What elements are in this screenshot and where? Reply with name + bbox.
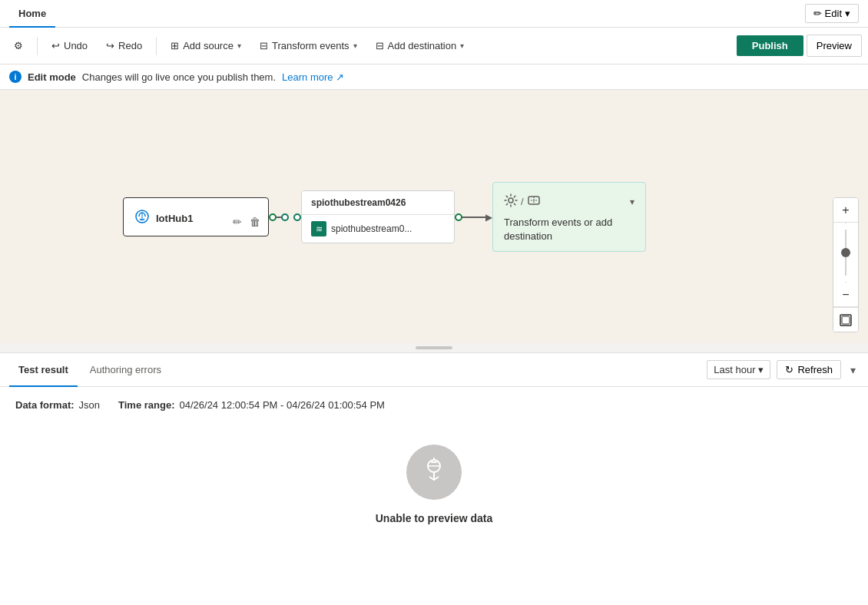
edit-mode-bar: i Edit mode Changes will go live once yo… (0, 64, 868, 90)
edit-chevron-icon: ▾ (845, 8, 850, 19)
zoom-controls: + − (833, 197, 859, 332)
redo-button[interactable]: ↪ Redo (98, 35, 150, 56)
transform-text: Transform events or add destination (504, 216, 634, 243)
toolbar-divider-2 (156, 37, 157, 55)
undo-icon: ↩ (51, 40, 60, 51)
iothub-delete-button[interactable]: 🗑 (248, 214, 262, 230)
time-range-select[interactable]: Last hour ▾ (707, 360, 770, 379)
format-value: Json (79, 399, 100, 411)
transform-gear-icon (504, 193, 518, 210)
svg-point-2 (509, 198, 513, 203)
toolbar-divider-1 (37, 37, 38, 55)
svg-rect-5 (842, 316, 850, 324)
transform-chevron: ▾ (353, 41, 357, 50)
format-label: Data format: (15, 399, 75, 411)
iothub-edit-button[interactable]: ✏ (231, 214, 244, 230)
destination-icon (527, 193, 541, 210)
learn-more-link[interactable]: Learn more ↗ (282, 71, 344, 83)
add-destination-chevron: ▾ (460, 41, 464, 50)
no-data-icon (420, 455, 448, 489)
publish-button[interactable]: Publish (737, 35, 803, 56)
node-transform[interactable]: / ▾ Transform events or add destination (492, 182, 646, 252)
tab-authoring-errors[interactable]: Authoring errors (81, 353, 171, 387)
edit-mode-label: Edit mode (28, 71, 76, 83)
connector-dot-3 (293, 213, 301, 221)
refresh-icon: ↻ (785, 364, 793, 375)
canvas: IotHub1 ✏ 🗑 spiothubestream0426 ≋ spioth… (0, 90, 868, 343)
stream-label: spiothubestream0... (331, 223, 412, 234)
transform-icon: ⊟ (260, 40, 268, 51)
connector-dot-2 (281, 213, 289, 221)
time-range-label: Time range: (118, 399, 174, 411)
add-destination-icon: ⊟ (376, 40, 384, 51)
time-range-value: 04/26/24 12:00:54 PM - 04/26/24 01:00:54… (180, 399, 385, 411)
flow-container: IotHub1 ✏ 🗑 spiothubestream0426 ≋ spioth… (123, 182, 646, 252)
iothub-icon (134, 209, 150, 228)
zoom-in-button[interactable]: + (833, 198, 858, 223)
info-icon: i (9, 71, 22, 83)
empty-icon-circle (406, 445, 462, 500)
connector-dot-4 (455, 213, 462, 221)
undo-button[interactable]: ↩ Undo (44, 35, 95, 56)
tab-test-result[interactable]: Test result (9, 353, 78, 387)
empty-text: Unable to preview data (376, 512, 492, 524)
edit-mode-text: Changes will go live once you publish th… (82, 71, 276, 83)
transform-node-chevron[interactable]: ▾ (630, 197, 634, 207)
redo-icon: ↪ (106, 40, 114, 51)
connector-dot-1 (269, 213, 277, 221)
edit-pencil-icon: ✏ (813, 8, 822, 19)
connector-1 (269, 213, 301, 221)
bottom-tabs: Test result Authoring errors Last hour ▾… (0, 353, 868, 387)
refresh-button[interactable]: ↻ Refresh (777, 360, 841, 379)
expand-button[interactable]: ▾ (847, 361, 859, 379)
settings-button[interactable]: ⚙ (6, 35, 31, 56)
toolbar: ⚙ ↩ Undo ↪ Redo ⊞ Add source ▾ ⊟ Transfo… (0, 28, 868, 64)
zoom-out-button[interactable]: − (833, 283, 858, 307)
zoom-fit-button[interactable] (833, 307, 858, 332)
node-iothub[interactable]: IotHub1 ✏ 🗑 (123, 197, 269, 236)
svg-rect-7 (431, 461, 437, 463)
bottom-panel: Test result Authoring errors Last hour ▾… (0, 352, 868, 537)
connector-2: ▶ (455, 212, 492, 223)
zoom-thumb (841, 248, 850, 257)
zoom-slider[interactable] (845, 230, 846, 276)
iothub-label: IotHub1 (156, 213, 193, 224)
add-source-chevron: ▾ (237, 41, 241, 50)
bottom-content: Data format: Json Time range: 04/26/24 1… (0, 387, 868, 537)
preview-button[interactable]: Preview (807, 35, 862, 57)
node-stream[interactable]: spiothubestream0426 ≋ spiothubestream0..… (301, 190, 455, 243)
arrow-icon: ▶ (485, 212, 492, 223)
data-info: Data format: Json Time range: 04/26/24 1… (15, 399, 853, 411)
add-source-icon: ⊞ (171, 40, 179, 51)
edit-button[interactable]: ✏ Edit ▾ (805, 4, 859, 23)
add-source-button[interactable]: ⊞ Add source ▾ (163, 35, 249, 56)
settings-icon: ⚙ (14, 40, 23, 51)
add-destination-button[interactable]: ⊟ Add destination ▾ (368, 35, 472, 56)
transform-events-button[interactable]: ⊟ Transform events ▾ (252, 35, 365, 56)
drag-handle[interactable] (0, 343, 868, 352)
empty-state: Unable to preview data (15, 429, 853, 524)
title-bar: Home ✏ Edit ▾ (0, 0, 868, 28)
slash-separator: / (521, 196, 524, 207)
home-tab[interactable]: Home (9, 0, 55, 28)
time-chevron-icon: ▾ (758, 364, 764, 375)
stream-icon: ≋ (311, 221, 326, 236)
stream-header: spiothubestream0426 (302, 191, 454, 215)
